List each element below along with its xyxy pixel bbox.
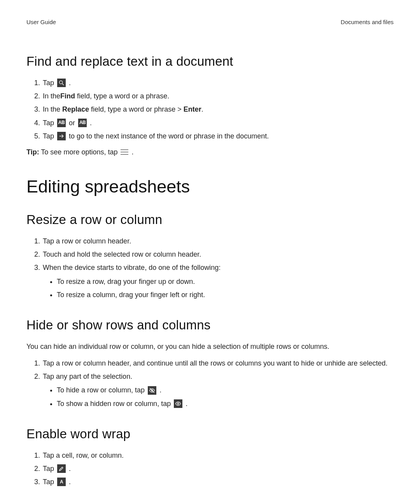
list-item: To resize a column, drag your finger lef… (57, 290, 394, 300)
step: Touch and hold the selected row or colum… (42, 250, 394, 259)
header-left: User Guide (26, 19, 56, 25)
eye-off-icon (148, 386, 156, 395)
hide-intro: You can hide an individual row or column… (26, 342, 394, 352)
heading-editing-spreadsheets: Editing spreadsheets (26, 177, 394, 197)
text-format-icon: A (57, 478, 66, 486)
step: Tap a cell, row, or column. (42, 451, 394, 460)
step: When the device starts to vibrate, do on… (42, 263, 394, 300)
page-header: User Guide Documents and files (26, 19, 394, 25)
step: In theFind field, type a word or a phras… (42, 91, 394, 101)
svg-line-1 (62, 84, 64, 85)
eye-icon (174, 399, 182, 408)
list-item: To hide a row or column, tap . (57, 385, 394, 395)
step: In the Replace field, type a word or phr… (42, 105, 394, 114)
heading-find-replace: Find and replace text in a document (26, 54, 394, 69)
header-right: Documents and files (341, 19, 394, 25)
svg-point-5 (177, 403, 179, 404)
page-container: User Guide Documents and files Find and … (0, 0, 420, 504)
heading-resize: Resize a row or column (26, 212, 394, 227)
menu-icon (121, 149, 128, 155)
heading-hide-show: Hide or show rows and columns (26, 318, 394, 332)
step: Tap to go to the next instance of the wo… (42, 131, 394, 141)
step: Tap any part of the selection. To hide a… (42, 372, 394, 409)
resize-bullets: To resize a row, drag your finger up or … (43, 277, 394, 300)
find-replace-steps: Tap . In theFind field, type a word or a… (26, 78, 394, 141)
search-icon (57, 79, 66, 87)
list-item: To show a hidden row or column, tap . (57, 399, 394, 409)
wrap-steps: Tap a cell, row, or column. Tap . Tap A … (26, 451, 394, 487)
step: Tap a row or column header, and continue… (42, 359, 394, 368)
heading-word-wrap: Enable word wrap (26, 427, 394, 441)
replace-single-icon: AB (57, 119, 66, 127)
step: Tap a row or column header. (42, 236, 394, 246)
replace-all-icon: AB (78, 119, 87, 127)
step: Tap . (42, 464, 394, 474)
hide-steps: Tap a row or column header, and continue… (26, 359, 394, 409)
arrow-right-icon (57, 132, 66, 140)
edit-pencil-icon (57, 464, 66, 473)
resize-steps: Tap a row or column header. Touch and ho… (26, 236, 394, 300)
list-item: To resize a row, drag your finger up or … (57, 277, 394, 287)
step: Tap AB or AB . (42, 118, 394, 128)
tip-paragraph: Tip: To see more options, tap . (26, 148, 394, 156)
step: Tap . (42, 78, 394, 88)
svg-point-0 (60, 81, 63, 84)
step: Tap A . (42, 477, 394, 487)
hide-bullets: To hide a row or column, tap . To show a… (43, 385, 394, 408)
